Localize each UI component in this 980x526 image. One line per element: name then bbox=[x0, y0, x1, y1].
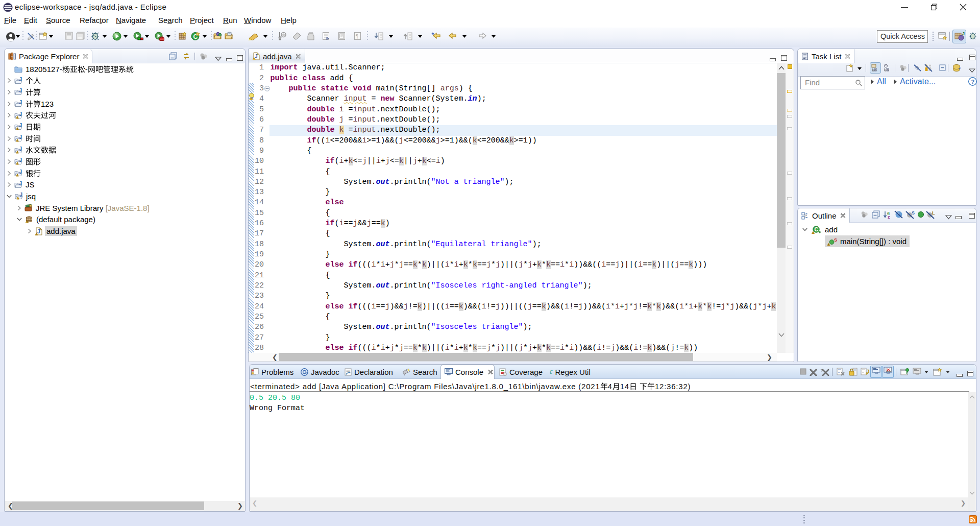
svg-text:J: J bbox=[19, 181, 22, 186]
svg-text:z: z bbox=[888, 214, 890, 219]
svg-text:J: J bbox=[19, 77, 22, 82]
svg-text:J: J bbox=[37, 228, 40, 234]
svg-text:S: S bbox=[912, 210, 915, 216]
svg-text:¶: ¶ bbox=[356, 33, 358, 39]
svg-text:L: L bbox=[932, 210, 935, 216]
svg-text:J: J bbox=[20, 193, 23, 198]
svg-text:J: J bbox=[19, 112, 22, 117]
svg-text:C: C bbox=[815, 226, 819, 232]
svg-text:J: J bbox=[19, 88, 22, 93]
svg-text:J: J bbox=[19, 170, 22, 175]
svg-text:J: J bbox=[19, 123, 22, 128]
svg-text:J: J bbox=[255, 54, 258, 59]
svg-text:?: ? bbox=[971, 79, 975, 85]
svg-text:J: J bbox=[962, 31, 965, 36]
svg-text:J: J bbox=[19, 135, 22, 140]
svg-text:S: S bbox=[834, 237, 837, 243]
svg-text:J: J bbox=[19, 100, 22, 105]
svg-text:J: J bbox=[19, 147, 22, 152]
svg-text:J: J bbox=[19, 158, 22, 163]
